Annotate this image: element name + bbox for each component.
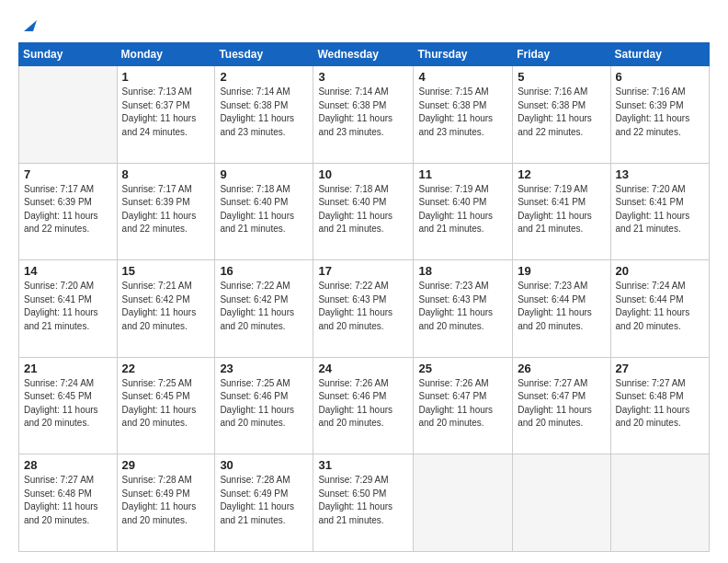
daylight-text: Daylight: 11 hours and 20 minutes. [518,307,592,331]
sunset-text: Sunset: 6:38 PM [220,100,288,110]
sunrise-text: Sunrise: 7:27 AM [518,378,587,388]
calendar-cell: 2Sunrise: 7:14 AMSunset: 6:38 PMDaylight… [215,66,313,164]
sunset-text: Sunset: 6:45 PM [122,391,190,401]
sunset-text: Sunset: 6:39 PM [122,197,190,207]
sunrise-text: Sunrise: 7:14 AM [318,86,388,97]
calendar-cell: 6Sunrise: 7:16 AMSunset: 6:39 PMDaylight… [610,66,709,164]
sunrise-text: Sunrise: 7:23 AM [518,281,587,291]
sunrise-text: Sunrise: 7:22 AM [220,281,290,291]
day-info: Sunrise: 7:18 AMSunset: 6:40 PMDaylight:… [220,183,308,236]
day-number: 14 [24,264,112,278]
daylight-text: Daylight: 11 hours and 20 minutes. [220,405,294,429]
day-info: Sunrise: 7:24 AMSunset: 6:45 PMDaylight:… [24,377,112,431]
day-number: 5 [518,70,605,84]
header [18,17,710,33]
sunset-text: Sunset: 6:42 PM [220,294,288,304]
day-info: Sunrise: 7:27 AMSunset: 6:47 PMDaylight:… [518,377,605,431]
daylight-text: Daylight: 11 hours and 20 minutes. [418,405,493,429]
day-info: Sunrise: 7:22 AMSunset: 6:43 PMDaylight:… [318,280,408,333]
sunset-text: Sunset: 6:40 PM [220,197,288,207]
daylight-text: Daylight: 11 hours and 20 minutes. [24,501,98,525]
day-info: Sunrise: 7:27 AMSunset: 6:48 PMDaylight:… [24,474,112,527]
daylight-text: Daylight: 11 hours and 22 minutes. [616,113,690,137]
day-number: 20 [616,264,704,278]
calendar-cell: 8Sunrise: 7:17 AMSunset: 6:39 PMDaylight… [117,163,215,260]
day-number: 13 [616,167,704,181]
day-info: Sunrise: 7:13 AMSunset: 6:37 PMDaylight:… [122,86,210,139]
day-info: Sunrise: 7:26 AMSunset: 6:47 PMDaylight:… [418,377,507,431]
sunset-text: Sunset: 6:43 PM [318,294,386,304]
weekday-header-friday: Friday [513,43,610,66]
svg-marker-0 [24,20,37,31]
sunrise-text: Sunrise: 7:15 AM [418,86,488,97]
calendar-cell: 15Sunrise: 7:21 AMSunset: 6:42 PMDayligh… [117,260,215,358]
day-info: Sunrise: 7:26 AMSunset: 6:46 PMDaylight:… [318,377,408,431]
sunrise-text: Sunrise: 7:18 AM [318,184,388,194]
day-number: 25 [418,362,507,375]
day-info: Sunrise: 7:15 AMSunset: 6:38 PMDaylight:… [418,86,507,139]
day-number: 16 [220,264,308,278]
sunrise-text: Sunrise: 7:20 AM [24,281,94,291]
day-info: Sunrise: 7:18 AMSunset: 6:40 PMDaylight:… [318,183,408,236]
calendar-cell: 9Sunrise: 7:18 AMSunset: 6:40 PMDaylight… [215,163,313,260]
day-number: 12 [518,167,605,181]
sunset-text: Sunset: 6:41 PM [616,197,684,207]
sunrise-text: Sunrise: 7:28 AM [122,475,192,485]
day-number: 30 [220,458,308,472]
weekday-header-monday: Monday [117,43,215,66]
calendar-cell: 17Sunrise: 7:22 AMSunset: 6:43 PMDayligh… [313,260,414,358]
logo-bird-icon [20,17,37,33]
sunrise-text: Sunrise: 7:26 AM [418,378,488,388]
sunrise-text: Sunrise: 7:19 AM [418,184,488,194]
week-row-5: 28Sunrise: 7:27 AMSunset: 6:48 PMDayligh… [19,454,710,552]
day-info: Sunrise: 7:23 AMSunset: 6:44 PMDaylight:… [518,280,605,333]
calendar-cell [414,454,513,552]
day-number: 24 [318,362,408,375]
day-info: Sunrise: 7:23 AMSunset: 6:43 PMDaylight:… [418,280,507,333]
day-number: 4 [418,70,507,84]
day-info: Sunrise: 7:19 AMSunset: 6:41 PMDaylight:… [518,183,605,236]
sunrise-text: Sunrise: 7:29 AM [318,475,388,485]
daylight-text: Daylight: 11 hours and 23 minutes. [418,113,493,137]
calendar-table: SundayMondayTuesdayWednesdayThursdayFrid… [18,42,710,552]
calendar-cell: 13Sunrise: 7:20 AMSunset: 6:41 PMDayligh… [610,163,709,260]
daylight-text: Daylight: 11 hours and 20 minutes. [418,307,493,331]
sunset-text: Sunset: 6:43 PM [418,294,486,304]
daylight-text: Daylight: 11 hours and 21 minutes. [418,211,493,235]
calendar-cell: 21Sunrise: 7:24 AMSunset: 6:45 PMDayligh… [19,357,118,454]
sunset-text: Sunset: 6:46 PM [318,391,386,401]
week-row-3: 14Sunrise: 7:20 AMSunset: 6:41 PMDayligh… [19,260,710,358]
day-number: 22 [122,362,210,375]
sunset-text: Sunset: 6:42 PM [122,294,190,304]
day-info: Sunrise: 7:16 AMSunset: 6:39 PMDaylight:… [616,86,704,139]
logo [18,17,37,33]
daylight-text: Daylight: 11 hours and 20 minutes. [122,405,197,429]
calendar-cell: 18Sunrise: 7:23 AMSunset: 6:43 PMDayligh… [414,260,513,358]
day-info: Sunrise: 7:24 AMSunset: 6:44 PMDaylight:… [616,280,704,333]
page: SundayMondayTuesdayWednesdayThursdayFrid… [0,0,728,563]
sunset-text: Sunset: 6:39 PM [24,197,92,207]
day-number: 8 [122,167,210,181]
sunrise-text: Sunrise: 7:24 AM [616,281,686,291]
daylight-text: Daylight: 11 hours and 21 minutes. [318,211,392,235]
sunrise-text: Sunrise: 7:28 AM [220,475,290,485]
day-number: 29 [122,458,210,472]
sunset-text: Sunset: 6:47 PM [518,391,586,401]
sunset-text: Sunset: 6:37 PM [122,100,190,110]
sunrise-text: Sunrise: 7:26 AM [318,378,388,388]
sunset-text: Sunset: 6:39 PM [616,100,684,110]
calendar-cell: 12Sunrise: 7:19 AMSunset: 6:41 PMDayligh… [513,163,610,260]
day-number: 3 [318,70,408,84]
sunrise-text: Sunrise: 7:25 AM [220,378,290,388]
sunset-text: Sunset: 6:38 PM [318,100,386,110]
calendar-cell: 10Sunrise: 7:18 AMSunset: 6:40 PMDayligh… [313,163,414,260]
sunset-text: Sunset: 6:47 PM [418,391,486,401]
daylight-text: Daylight: 11 hours and 21 minutes. [616,211,690,235]
daylight-text: Daylight: 11 hours and 22 minutes. [24,211,98,235]
sunset-text: Sunset: 6:38 PM [518,100,586,110]
calendar-cell: 26Sunrise: 7:27 AMSunset: 6:47 PMDayligh… [513,357,610,454]
sunset-text: Sunset: 6:45 PM [24,391,92,401]
day-number: 18 [418,264,507,278]
day-info: Sunrise: 7:29 AMSunset: 6:50 PMDaylight:… [318,474,408,527]
day-number: 28 [24,458,112,472]
